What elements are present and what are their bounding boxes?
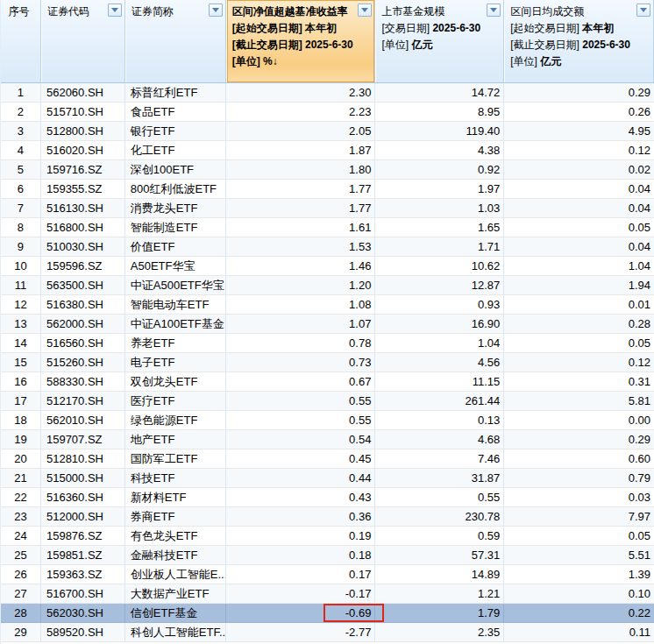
table-row[interactable]: 3512800.SH银行ETF2.05119.404.95: [1, 122, 654, 141]
table-row[interactable]: 21515000.SH科技ETF0.4431.870.79: [1, 469, 654, 488]
cell-excess: 0.43: [226, 488, 376, 506]
cell-code: 512800.SH: [41, 122, 125, 140]
cell-seq: 2: [1, 103, 41, 121]
table-row[interactable]: 16588330.SH双创龙头ETF0.6711.150.31: [1, 372, 654, 392]
table-row[interactable]: 29589520.SH科创人工智能ETF...-2.772.350.11: [1, 623, 654, 642]
cell-excess: 1.87: [226, 141, 376, 159]
cell-excess: 0.54: [226, 430, 376, 449]
cell-name: 国防军工ETF: [125, 449, 226, 468]
cell-turnover: 0.29: [504, 83, 654, 102]
table-row[interactable]: 6159355.SZ800红利低波ETF1.771.970.04: [1, 180, 654, 199]
cell-code: 159876.SZ: [41, 527, 125, 545]
cell-turnover: 1.39: [504, 565, 654, 584]
cell-seq: 8: [1, 218, 41, 237]
cell-scale: 230.78: [375, 507, 504, 526]
table-row[interactable]: 24159876.SZ有色龙头ETF0.190.590.05: [1, 527, 654, 546]
table-row[interactable]: 7516130.SH消费龙头ETF1.771.030.04: [1, 199, 654, 218]
cell-seq: 25: [1, 546, 41, 564]
table-row[interactable]: 10159596.SZA50ETF华宝1.4610.621.04: [1, 257, 654, 276]
table-row[interactable]: 13562000.SH中证A100ETF基金1.0716.900.28: [1, 315, 654, 334]
table-row[interactable]: 18562010.SH绿色能源ETF0.550.130.00: [1, 411, 654, 430]
table-row[interactable]: 15515260.SH电子ETF0.734.560.12: [1, 353, 654, 372]
cell-excess: 1.20: [226, 276, 376, 294]
cell-turnover: 0.31: [504, 372, 654, 391]
cell-name: 大数据产业ETF: [125, 584, 226, 603]
column-title: 序号: [1, 4, 37, 20]
table-row[interactable]: 27516700.SH大数据产业ETF-0.171.210.10: [1, 584, 654, 604]
filter-dropdown-icon[interactable]: [636, 4, 650, 17]
cell-code: 512170.SH: [41, 392, 125, 410]
cell-code: 516020.SH: [41, 141, 125, 159]
table-row[interactable]: 20512810.SH国防军工ETF0.457.460.60: [1, 449, 654, 469]
table-row[interactable]: 9510030.SH价值ETF1.531.710.04: [1, 237, 654, 257]
table-row[interactable]: 23512000.SH券商ETF0.36230.787.97: [1, 507, 654, 527]
cell-excess: 2.23: [226, 103, 376, 121]
chevron-down-icon: [361, 8, 368, 12]
cell-scale: 12.87: [375, 276, 504, 294]
cell-name: 券商ETF: [125, 507, 226, 526]
cell-code: 159363.SZ: [41, 565, 125, 584]
cell-code: 562000.SH: [41, 315, 125, 333]
cell-excess: 1.07: [226, 315, 376, 333]
table-row[interactable]: 5159716.SZ深创100ETF1.800.920.02: [1, 160, 654, 180]
column-header-name[interactable]: 证券简称: [125, 0, 226, 82]
cell-turnover: 0.60: [504, 449, 654, 468]
cell-turnover: 0.28: [504, 315, 654, 333]
cell-name: 银行ETF: [125, 122, 226, 140]
cell-excess: 0.45: [226, 449, 376, 468]
cell-turnover: 1.94: [504, 276, 654, 294]
table-row[interactable]: 19159707.SZ地产ETF0.544.680.29: [1, 430, 654, 449]
cell-seq: 11: [1, 276, 41, 294]
cell-turnover: 0.11: [504, 623, 654, 641]
cell-scale: 31.87: [375, 469, 504, 487]
column-title: 区间日均成交额: [510, 4, 650, 20]
table-row[interactable]: 2515710.SH食品ETF2.238.950.26: [1, 103, 654, 122]
cell-turnover: 0.10: [504, 584, 654, 603]
cell-turnover: 7.97: [504, 507, 654, 526]
cell-code: 562010.SH: [41, 411, 125, 429]
table-row-selected[interactable]: 28562030.SH信创ETF基金-0.691.790.22: [1, 604, 654, 623]
cell-excess: 1.77: [226, 180, 376, 198]
column-subtitle-line: [单位] 亿元: [381, 37, 500, 53]
cell-name: 科创人工智能ETF...: [125, 623, 226, 641]
filter-dropdown-icon[interactable]: [487, 4, 501, 17]
column-header-excess[interactable]: 区间净值超越基准收益率[起始交易日期] 本年初[截止交易日期] 2025-6-3…: [226, 0, 376, 82]
column-header-seq[interactable]: 序号: [1, 0, 41, 82]
cell-code: 589520.SH: [41, 623, 125, 641]
cell-scale: 16.90: [375, 315, 504, 333]
cell-turnover: 0.01: [504, 295, 654, 314]
cell-code: 512810.SH: [41, 449, 125, 468]
cell-excess: -0.69: [226, 604, 376, 622]
table-row[interactable]: 1562060.SH标普红利ETF2.3014.720.29: [1, 83, 654, 103]
cell-scale: 261.44: [375, 392, 504, 410]
cell-scale: 1.04: [375, 334, 504, 352]
column-header-turnover[interactable]: 区间日均成交额[起始交易日期] 本年初[截止交易日期] 2025-6-30[单位…: [504, 0, 654, 82]
table-row[interactable]: 4516020.SH化工ETF1.874.380.12: [1, 141, 654, 160]
cell-seq: 29: [1, 623, 41, 641]
cell-excess: 0.36: [226, 507, 376, 526]
cell-excess: 1.53: [226, 237, 376, 256]
cell-code: 159716.SZ: [41, 160, 125, 179]
table-row[interactable]: 14516560.SH养老ETF0.781.040.05: [1, 334, 654, 353]
filter-dropdown-icon[interactable]: [358, 4, 372, 17]
cell-name: 化工ETF: [125, 141, 226, 159]
table-row[interactable]: 12516380.SH智能电动车ETF1.080.930.01: [1, 295, 654, 315]
column-header-scale[interactable]: 上市基金规模[交易日期] 2025-6-30[单位] 亿元: [375, 0, 504, 82]
cell-excess: 2.05: [226, 122, 376, 140]
table-row[interactable]: 22516360.SH新材料ETF0.430.550.03: [1, 488, 654, 507]
filter-dropdown-icon[interactable]: [209, 4, 223, 17]
table-row[interactable]: 8516800.SH智能制造ETF1.611.650.05: [1, 218, 654, 237]
column-subtitle-line: [单位] %↓: [232, 53, 372, 70]
cell-turnover: 0.02: [504, 160, 654, 179]
cell-turnover: 0.26: [504, 103, 654, 121]
filter-dropdown-icon[interactable]: [108, 4, 122, 17]
table-row[interactable]: 17512170.SH医疗ETF0.55261.445.81: [1, 392, 654, 411]
column-subtitle-line: [截止交易日期] 2025-6-30: [510, 37, 650, 53]
column-header-code[interactable]: 证券代码: [41, 0, 125, 82]
cell-code: 516700.SH: [41, 584, 125, 603]
cell-seq: 22: [1, 488, 41, 506]
table-row[interactable]: 25159851.SZ金融科技ETF0.1857.315.51: [1, 546, 654, 565]
cell-name: 电子ETF: [125, 353, 226, 372]
table-row[interactable]: 11563500.SH中证A500ETF华宝1.2012.871.94: [1, 276, 654, 295]
table-row[interactable]: 26159363.SZ创业板人工智能E...0.1714.891.39: [1, 565, 654, 584]
